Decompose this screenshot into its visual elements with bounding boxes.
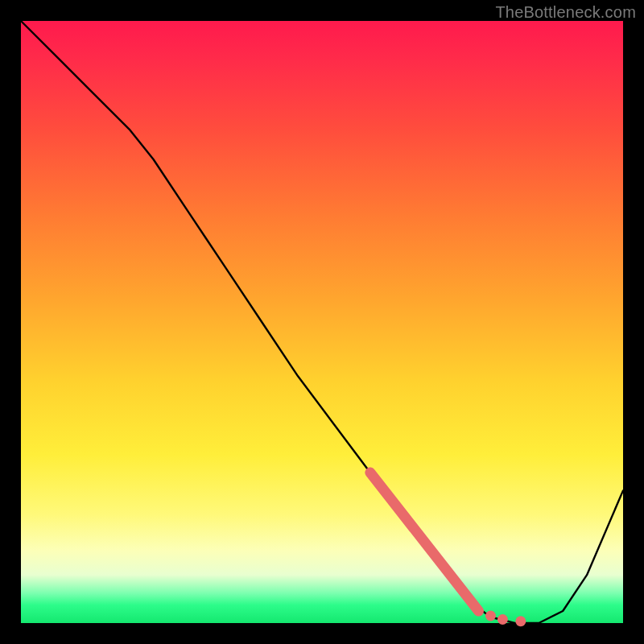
plot-area [21,21,623,623]
bottleneck-curve-path [21,21,623,623]
highlight-dot [497,614,508,625]
curve-svg [21,21,623,623]
bottleneck-highlight-segment [370,473,479,611]
bottleneck-highlight-dots [485,611,526,627]
chart-frame: TheBottleneck.com [0,0,644,644]
watermark-text: TheBottleneck.com [495,3,636,22]
highlight-dot [515,616,526,626]
highlight-dot [485,611,496,621]
